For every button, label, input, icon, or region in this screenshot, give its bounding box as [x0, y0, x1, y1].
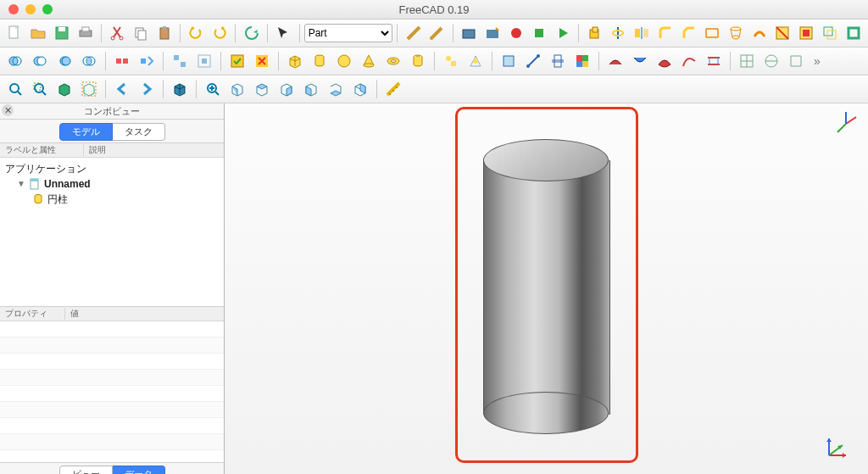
window-title: FreeCAD 0.19: [0, 3, 868, 16]
redo-button[interactable]: [209, 21, 231, 45]
filter-button[interactable]: [192, 49, 216, 73]
view-top-button[interactable]: [250, 77, 274, 101]
zoom-in-button[interactable]: [201, 77, 225, 101]
boolean-common-button[interactable]: [77, 49, 101, 73]
part-sweep-button[interactable]: [748, 21, 771, 45]
select-cursor-button[interactable]: [272, 21, 295, 45]
part-loft-button[interactable]: [725, 21, 748, 45]
shape-builder-button[interactable]: [464, 49, 487, 73]
tree-root-application[interactable]: アプリケーション: [5, 161, 219, 176]
view-left-button[interactable]: [348, 77, 372, 101]
part-fillet-button[interactable]: [654, 21, 676, 45]
part-thickness-button[interactable]: [842, 21, 865, 45]
paste-button[interactable]: [153, 21, 175, 45]
viewport-3d[interactable]: [225, 103, 868, 474]
surface-sections-button[interactable]: [702, 49, 726, 73]
part-chamfer-button[interactable]: [677, 21, 700, 45]
macro-folder-button[interactable]: [458, 21, 481, 45]
view-bottom-button[interactable]: [324, 77, 348, 101]
part-offset-button[interactable]: [818, 21, 841, 45]
macro-play-button[interactable]: [552, 21, 575, 45]
tab-view[interactable]: ビュー: [59, 466, 113, 474]
print-button[interactable]: [74, 21, 97, 45]
more-tools-2[interactable]: [760, 49, 783, 73]
more-tools-3[interactable]: [784, 49, 808, 73]
part-cross-button[interactable]: [795, 21, 818, 45]
defeaturing-button[interactable]: [250, 49, 274, 73]
section-plane-button[interactable]: [546, 49, 570, 73]
copy-button[interactable]: [130, 21, 153, 45]
workbench-selector[interactable]: Part: [304, 24, 393, 42]
highlight-annotation: [455, 107, 638, 463]
open-document-button[interactable]: [27, 21, 50, 45]
primitive-cylinder-button[interactable]: [308, 49, 331, 73]
macro-stop-button[interactable]: [528, 21, 551, 45]
primitive-cone-button[interactable]: [357, 49, 381, 73]
nav-back-button[interactable]: [110, 77, 134, 101]
compound-button[interactable]: [168, 49, 192, 73]
boolean-button[interactable]: [3, 49, 27, 73]
svg-point-31: [37, 57, 46, 65]
boolean-cut-button[interactable]: [28, 49, 52, 73]
cut-button[interactable]: [106, 21, 129, 45]
refresh-button[interactable]: [240, 21, 263, 45]
part-section-button[interactable]: [771, 21, 794, 45]
combo-view-panel: ✕ コンボビュー モデル タスク ラベルと属性 説明 アプリケーション ▼ Un…: [0, 103, 225, 474]
measure-button[interactable]: [402, 21, 425, 45]
toolbar-overflow-button[interactable]: »: [809, 54, 826, 68]
macro-edit-button[interactable]: [481, 21, 504, 45]
split-button[interactable]: [135, 49, 159, 73]
tab-task[interactable]: タスク: [113, 123, 165, 141]
primitive-sphere-button[interactable]: [332, 49, 356, 73]
measure-linear-button[interactable]: [426, 21, 448, 45]
model-tree[interactable]: アプリケーション ▼ Unnamed 円柱: [0, 158, 224, 307]
expand-toggle-icon[interactable]: ▼: [17, 176, 25, 192]
more-tools-1[interactable]: [735, 49, 759, 73]
join-connect-button[interactable]: [110, 49, 134, 73]
bounding-box-button[interactable]: [77, 77, 101, 101]
svg-rect-38: [174, 55, 179, 60]
zoom-selection-button[interactable]: [28, 77, 52, 101]
combo-close-button[interactable]: ✕: [2, 104, 14, 116]
tree-document[interactable]: ▼ Unnamed: [17, 176, 219, 192]
view-right-button[interactable]: [275, 77, 298, 101]
primitives-generic-button[interactable]: [439, 49, 463, 73]
part-extrude-button[interactable]: [583, 21, 606, 45]
macro-record-button[interactable]: [504, 21, 527, 45]
new-document-button[interactable]: [3, 21, 26, 45]
zoom-fit-button[interactable]: [3, 77, 27, 101]
part-revolve-button[interactable]: [607, 21, 630, 45]
tab-data[interactable]: データ: [113, 466, 165, 474]
save-document-button[interactable]: [50, 21, 73, 45]
part-design-button[interactable]: [497, 49, 520, 73]
view-rear-button[interactable]: [299, 77, 323, 101]
check-geometry-button[interactable]: [225, 49, 249, 73]
svg-rect-4: [82, 27, 89, 31]
primitive-tube-button[interactable]: [406, 49, 430, 73]
primitive-box-button[interactable]: [283, 49, 307, 73]
measure-distance-button[interactable]: [381, 77, 405, 101]
view-front-button[interactable]: [225, 77, 249, 101]
svg-rect-26: [827, 31, 836, 39]
view-iso-button[interactable]: [168, 77, 192, 101]
surface-cut-button[interactable]: [628, 49, 652, 73]
tree-item-cylinder[interactable]: 円柱: [32, 192, 219, 207]
surface-extend-button[interactable]: [653, 49, 676, 73]
surface-curve-button[interactable]: [677, 49, 701, 73]
part-ruled-button[interactable]: [701, 21, 724, 45]
surface-fill-button[interactable]: [604, 49, 627, 73]
undo-button[interactable]: [185, 21, 208, 45]
color-button[interactable]: [570, 49, 594, 73]
boolean-fuse-button[interactable]: [53, 49, 76, 73]
svg-rect-54: [504, 56, 514, 66]
draft-button[interactable]: [521, 49, 545, 73]
main-body: ✕ コンボビュー モデル タスク ラベルと属性 説明 アプリケーション ▼ Un…: [0, 103, 868, 474]
part-mirror-button[interactable]: [631, 21, 654, 45]
svg-point-32: [62, 57, 70, 65]
tab-model[interactable]: モデル: [59, 123, 113, 141]
nav-forward-button[interactable]: [135, 77, 159, 101]
draw-style-button[interactable]: [53, 77, 76, 101]
property-grid[interactable]: [0, 321, 224, 463]
svg-point-20: [731, 27, 741, 31]
primitive-torus-button[interactable]: [381, 49, 405, 73]
